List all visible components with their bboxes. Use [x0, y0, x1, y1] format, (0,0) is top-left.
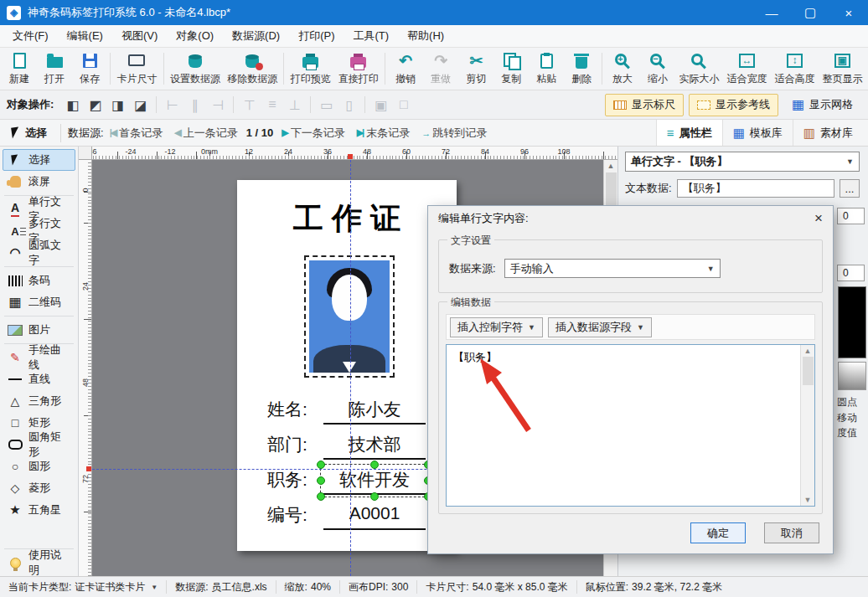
scroll-down-icon[interactable]: ▼: [804, 496, 812, 504]
dialog-close-button[interactable]: ×: [799, 210, 823, 227]
tab-properties[interactable]: ≡属性栏: [656, 120, 722, 146]
paste-button[interactable]: 粘贴: [529, 49, 564, 88]
help-button[interactable]: 使用说明: [3, 552, 75, 574]
field-value[interactable]: A0001: [323, 503, 426, 530]
goto-record-button[interactable]: →跳转到记录: [416, 126, 493, 141]
tool-rounded-rectangle[interactable]: 圆角矩形: [3, 434, 75, 455]
tool-diamond[interactable]: ◇菱形: [3, 477, 75, 499]
data-source-dropdown[interactable]: 手动输入 ▼: [504, 259, 721, 278]
selection-handle[interactable]: [370, 492, 379, 501]
insert-datasource-field-button[interactable]: 插入数据源字段 ▼: [548, 317, 652, 337]
zoom-out-button[interactable]: −缩小: [640, 49, 675, 88]
tool-triangle[interactable]: △三角形: [3, 390, 75, 412]
menu-help[interactable]: 帮助(H): [398, 25, 453, 47]
zoom-in-button[interactable]: +放大: [605, 49, 640, 88]
insert-control-char-button[interactable]: 插入控制字符 ▼: [450, 317, 543, 337]
menu-print[interactable]: 打印(P): [289, 25, 344, 47]
delete-button[interactable]: 删除: [564, 49, 599, 88]
color-swatch-black[interactable]: [838, 286, 866, 358]
menu-object[interactable]: 对象(O): [167, 25, 223, 47]
number-spinner[interactable]: 0: [837, 265, 865, 281]
text-content-textarea[interactable]: 【职务】 ▲ ▼: [446, 344, 815, 507]
field-value[interactable]: 陈小友: [323, 398, 426, 425]
op-align-center[interactable]: ∥: [184, 95, 205, 115]
fit-height-button[interactable]: ↕适合高度: [771, 49, 819, 88]
copy-button[interactable]: 复制: [493, 49, 529, 88]
op-same-height[interactable]: ▯: [338, 95, 359, 115]
op-align-left[interactable]: ⊢: [162, 95, 183, 115]
ok-button[interactable]: 确定: [690, 522, 746, 543]
tool-qrcode[interactable]: ▦二维码: [3, 291, 75, 313]
show-grid-toggle[interactable]: ▦显示网格: [783, 94, 861, 116]
cut-button[interactable]: ✂剪切: [458, 49, 493, 88]
show-ruler-toggle[interactable]: 显示标尺: [605, 94, 684, 116]
op-align-top[interactable]: ⊤: [239, 95, 260, 115]
card-size-button[interactable]: 卡片尺寸: [113, 49, 161, 88]
field-row-department[interactable]: 部门: 技术部: [237, 433, 457, 461]
menu-edit[interactable]: 编辑(E): [58, 25, 112, 47]
tool-circle[interactable]: ○圆形: [3, 455, 75, 477]
minimize-button[interactable]: —: [752, 0, 791, 25]
remove-datasource-button[interactable]: 移除数据源: [224, 49, 281, 88]
op-rotate-right[interactable]: ◪: [130, 95, 151, 115]
scroll-up-icon[interactable]: ▲: [804, 347, 812, 355]
tool-line[interactable]: 直线: [3, 368, 75, 390]
op-align-bottom[interactable]: ⊥: [284, 95, 305, 115]
op-ungroup[interactable]: □: [393, 95, 414, 115]
first-record-button[interactable]: |◀首条记录: [104, 126, 169, 141]
maximize-button[interactable]: ▢: [791, 0, 829, 25]
redo-button[interactable]: ↷重做: [423, 49, 458, 88]
field-value[interactable]: 技术部: [323, 433, 426, 460]
op-rotate-left[interactable]: ◨: [107, 95, 128, 115]
tab-materials[interactable]: ▥素材库: [793, 120, 863, 146]
whole-page-button[interactable]: ▣整页显示: [819, 49, 866, 88]
menu-view[interactable]: 视图(V): [112, 25, 167, 47]
selection-handle[interactable]: [370, 461, 379, 469]
actual-size-button[interactable]: 实际大小: [675, 49, 723, 88]
op-align-right[interactable]: ⊣: [207, 95, 228, 115]
next-record-button[interactable]: ▶下一条记录: [276, 126, 350, 141]
object-selector-dropdown[interactable]: 单行文字 - 【职务】 ▼: [625, 152, 860, 172]
tool-select[interactable]: 选择: [3, 149, 75, 171]
new-button[interactable]: 新建: [2, 49, 37, 88]
undo-button[interactable]: ↶撤销: [388, 49, 423, 88]
selection-handle[interactable]: [317, 492, 325, 501]
field-row-name[interactable]: 姓名: 陈小友: [237, 398, 457, 426]
tool-freehand-curve[interactable]: ✎手绘曲线: [3, 347, 75, 368]
fit-width-button[interactable]: ↔适合宽度: [723, 49, 771, 88]
field-row-number[interactable]: 编号: A0001: [237, 503, 457, 532]
show-guides-toggle[interactable]: 显示参考线: [689, 94, 778, 116]
print-preview-button[interactable]: 打印预览: [287, 49, 334, 88]
field-row-position[interactable]: 职务: 软件开发: [237, 468, 457, 497]
menu-tools[interactable]: 工具(T): [344, 25, 398, 47]
selection-handle[interactable]: [317, 461, 325, 469]
tool-pan[interactable]: 滚屏: [3, 171, 75, 193]
tool-barcode[interactable]: 条码: [3, 270, 75, 291]
op-group[interactable]: ▣: [370, 95, 391, 115]
op-flip-horizontal[interactable]: ◧: [62, 95, 83, 115]
op-align-middle[interactable]: ≡: [261, 95, 282, 115]
card-title-text-object[interactable]: 工作证: [237, 198, 457, 239]
tab-templates[interactable]: ▦模板库: [722, 120, 793, 146]
last-record-button[interactable]: ▶|末条记录: [351, 126, 416, 141]
menu-file[interactable]: 文件(F): [3, 25, 58, 47]
open-button[interactable]: 打开: [37, 49, 72, 88]
save-button[interactable]: 保存: [72, 49, 107, 88]
number-spinner[interactable]: 0: [837, 208, 865, 224]
op-same-width[interactable]: ▭: [316, 95, 337, 115]
scrollbar-thumb[interactable]: [803, 357, 814, 385]
more-button[interactable]: ...: [840, 179, 860, 198]
textarea-scrollbar[interactable]: ▲ ▼: [800, 345, 814, 506]
photo-selection[interactable]: [304, 255, 395, 378]
direct-print-button[interactable]: 直接打印: [334, 49, 382, 88]
tool-arc-text[interactable]: ◠圆弧文字: [3, 242, 75, 264]
prev-record-button[interactable]: ◀上一条记录: [168, 126, 243, 141]
cancel-button[interactable]: 取消: [764, 522, 819, 543]
gradient-swatch[interactable]: [838, 362, 866, 390]
set-datasource-button[interactable]: 设置数据源: [167, 49, 224, 88]
tool-image[interactable]: 图片: [3, 319, 75, 341]
menu-datasource[interactable]: 数据源(D): [223, 25, 289, 47]
op-flip-vertical[interactable]: ◩: [85, 95, 106, 115]
label-card[interactable]: 工作证 姓名: 陈小友 部门: 技术部 职务: 软件开发: [237, 180, 457, 551]
scroll-up-icon[interactable]: ▲: [607, 162, 615, 170]
